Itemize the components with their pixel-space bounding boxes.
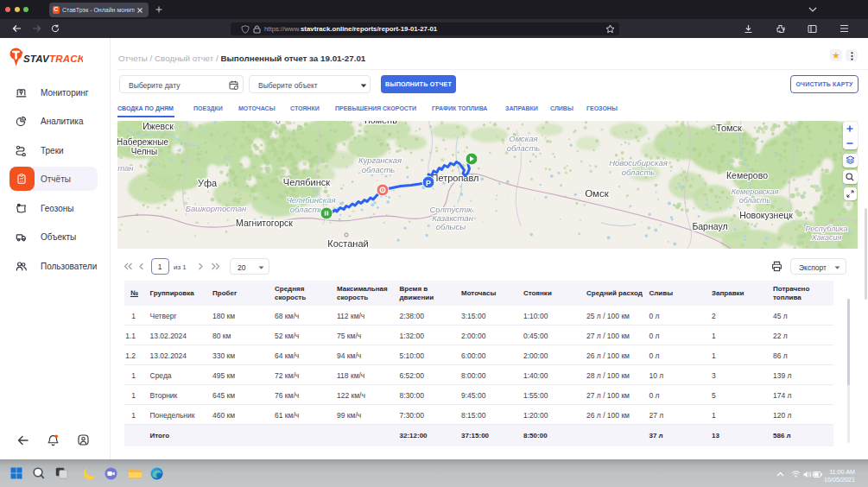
svg-text:Барнаул: Барнаул bbox=[692, 221, 727, 231]
svg-text:область: область bbox=[290, 205, 324, 214]
svg-text:Тюмень: Тюмень bbox=[363, 121, 397, 125]
svg-text:Магнитогорск: Магнитогорск bbox=[236, 218, 293, 228]
svg-text:Новокузнецк: Новокузнецк bbox=[739, 210, 793, 220]
svg-text:Курганская: Курганская bbox=[358, 155, 402, 165]
svg-text:Костанай: Костанай bbox=[327, 238, 368, 249]
svg-text:Ижевск: Ижевск bbox=[143, 121, 174, 131]
svg-text:Челябинск: Челябинск bbox=[283, 177, 330, 187]
svg-text:STAV: STAV bbox=[23, 54, 50, 64]
svg-text:Челны: Челны bbox=[131, 147, 157, 156]
svg-text:область: область bbox=[739, 196, 771, 205]
svg-text:область: область bbox=[362, 165, 396, 174]
svg-text:P: P bbox=[426, 179, 431, 187]
svg-text:Кемерово: Кемерово bbox=[726, 170, 768, 180]
svg-text:Уфа: Уфа bbox=[198, 178, 218, 188]
svg-text:Новосибирская: Новосибирская bbox=[609, 158, 668, 168]
svg-text:Набережные: Набережные bbox=[117, 137, 168, 147]
svg-text:облысы: облысы bbox=[436, 222, 466, 231]
svg-text:Петропавл: Петропавл bbox=[431, 173, 478, 183]
svg-text:Башкортостан: Башкортостан bbox=[186, 204, 247, 213]
svg-text:Республика: Республика bbox=[805, 225, 847, 233]
svg-text:Кемеровская: Кемеровская bbox=[732, 187, 779, 196]
svg-text:область: область bbox=[622, 168, 656, 177]
svg-text:TRACK: TRACK bbox=[49, 54, 83, 64]
svg-text:область: область bbox=[507, 143, 541, 153]
svg-text:Омск: Омск bbox=[585, 188, 610, 199]
svg-text:Томск: Томск bbox=[716, 123, 742, 133]
svg-text:стан: стан bbox=[117, 163, 134, 173]
svg-text:Хакасия: Хакасия bbox=[811, 233, 842, 242]
svg-text:Омская: Омская bbox=[509, 134, 537, 143]
svg-text:Челябинская: Челябинская bbox=[286, 195, 335, 205]
